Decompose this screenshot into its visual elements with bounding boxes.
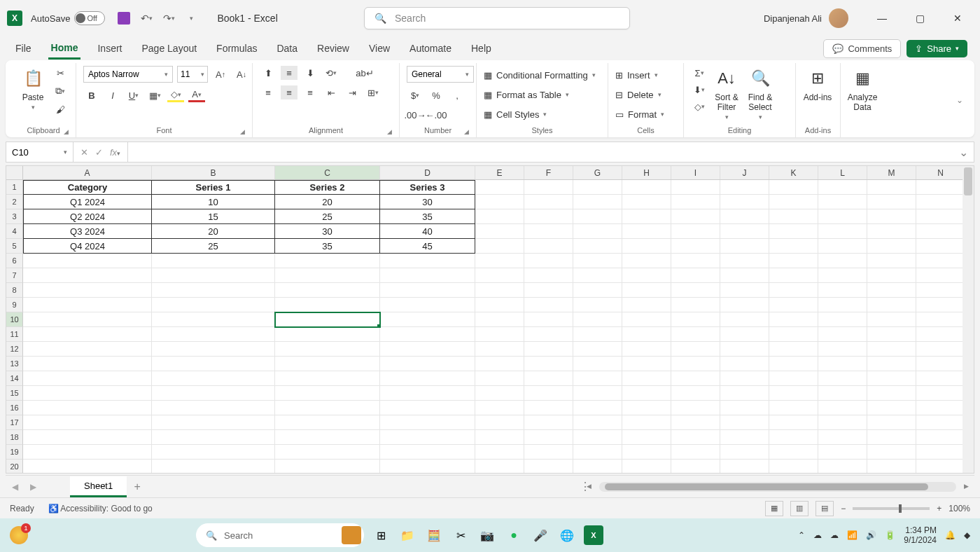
cell[interactable]: Q4 2024 bbox=[23, 239, 152, 254]
cell[interactable] bbox=[720, 283, 769, 298]
cell[interactable] bbox=[769, 224, 818, 239]
cell[interactable] bbox=[475, 254, 524, 268]
cell[interactable] bbox=[152, 386, 275, 401]
cell[interactable] bbox=[818, 327, 867, 342]
cell[interactable] bbox=[275, 327, 380, 342]
cell[interactable] bbox=[573, 357, 622, 371]
cell[interactable] bbox=[916, 327, 965, 342]
italic-button[interactable]: I bbox=[104, 88, 121, 102]
column-header[interactable]: E bbox=[475, 166, 524, 179]
cell[interactable]: 30 bbox=[275, 224, 380, 239]
cell[interactable] bbox=[152, 371, 275, 386]
cell[interactable] bbox=[380, 415, 475, 430]
underline-button[interactable]: U▾ bbox=[125, 88, 142, 102]
paste-button[interactable]: 📋Paste▾ bbox=[18, 66, 48, 111]
row-header[interactable]: 8 bbox=[6, 283, 23, 298]
cell[interactable] bbox=[152, 430, 275, 445]
percent-button[interactable]: % bbox=[428, 88, 444, 102]
cell[interactable] bbox=[380, 445, 475, 460]
cell[interactable] bbox=[475, 268, 524, 283]
cell[interactable] bbox=[524, 460, 573, 473]
cell[interactable] bbox=[23, 342, 152, 357]
spotify-icon[interactable]: ● bbox=[504, 525, 524, 545]
column-header[interactable]: M bbox=[867, 166, 916, 179]
cancel-formula-button[interactable]: ✕ bbox=[80, 147, 88, 158]
cell[interactable] bbox=[916, 195, 965, 209]
cell[interactable] bbox=[573, 254, 622, 268]
clipboard-launcher[interactable]: ◢ bbox=[64, 128, 69, 135]
cell[interactable] bbox=[23, 268, 152, 283]
cell[interactable] bbox=[475, 460, 524, 473]
cell[interactable] bbox=[622, 239, 671, 254]
cell[interactable] bbox=[573, 195, 622, 209]
cell[interactable] bbox=[867, 415, 916, 430]
cell[interactable] bbox=[818, 357, 867, 371]
cell[interactable] bbox=[23, 430, 152, 445]
snipping-tool-icon[interactable]: ✂ bbox=[451, 525, 470, 545]
cell[interactable] bbox=[524, 195, 573, 209]
number-format-select[interactable]: General▾ bbox=[407, 66, 474, 83]
cell[interactable] bbox=[475, 195, 524, 209]
cell[interactable] bbox=[23, 357, 152, 371]
cell[interactable] bbox=[622, 327, 671, 342]
cell[interactable] bbox=[573, 401, 622, 415]
cell[interactable] bbox=[23, 283, 152, 298]
taskbar-search[interactable]: 🔍Search bbox=[196, 523, 364, 547]
cell[interactable] bbox=[622, 445, 671, 460]
cell[interactable] bbox=[916, 239, 965, 254]
wrap-text-button[interactable]: ab↵ bbox=[356, 66, 373, 80]
cell[interactable] bbox=[275, 357, 380, 371]
share-button[interactable]: ⇪Share▾ bbox=[906, 40, 967, 57]
cell[interactable] bbox=[380, 312, 475, 327]
cell[interactable] bbox=[916, 460, 965, 473]
cell[interactable] bbox=[573, 283, 622, 298]
cell[interactable] bbox=[524, 268, 573, 283]
row-header[interactable]: 19 bbox=[6, 445, 23, 460]
cell[interactable] bbox=[152, 312, 275, 327]
cell[interactable] bbox=[671, 445, 720, 460]
cell[interactable] bbox=[671, 327, 720, 342]
column-header[interactable]: F bbox=[524, 166, 573, 179]
cell[interactable] bbox=[916, 415, 965, 430]
cell[interactable] bbox=[152, 342, 275, 357]
analyze-data-button[interactable]: ▦Analyze Data bbox=[848, 66, 877, 112]
cell[interactable] bbox=[671, 298, 720, 312]
cell[interactable] bbox=[475, 327, 524, 342]
wifi-icon[interactable]: 📶 bbox=[847, 530, 858, 540]
cell[interactable] bbox=[818, 386, 867, 401]
cell[interactable] bbox=[475, 209, 524, 224]
cell[interactable] bbox=[671, 254, 720, 268]
cell[interactable] bbox=[475, 430, 524, 445]
cell[interactable] bbox=[622, 460, 671, 473]
zoom-in-button[interactable]: + bbox=[937, 504, 941, 513]
row-header[interactable]: 10 bbox=[6, 312, 23, 327]
cell[interactable] bbox=[475, 312, 524, 327]
cell[interactable] bbox=[818, 209, 867, 224]
align-top-button[interactable]: ⬆ bbox=[260, 66, 276, 80]
cell[interactable] bbox=[622, 180, 671, 195]
save-icon[interactable] bbox=[118, 12, 130, 25]
volume-icon[interactable]: 🔊 bbox=[866, 530, 876, 540]
cell[interactable] bbox=[23, 298, 152, 312]
cell[interactable] bbox=[769, 445, 818, 460]
cell[interactable] bbox=[275, 342, 380, 357]
column-header[interactable]: K bbox=[769, 166, 818, 179]
tab-page-layout[interactable]: Page Layout bbox=[139, 39, 200, 58]
currency-button[interactable]: $▾ bbox=[407, 88, 424, 102]
cell[interactable] bbox=[573, 415, 622, 430]
row-header[interactable]: 12 bbox=[6, 342, 23, 357]
cell[interactable] bbox=[867, 371, 916, 386]
format-cells-button[interactable]: ▭Format▾ bbox=[615, 105, 678, 123]
cell[interactable] bbox=[573, 180, 622, 195]
enter-formula-button[interactable]: ✓ bbox=[95, 147, 103, 158]
cell[interactable] bbox=[818, 371, 867, 386]
format-painter-button[interactable]: 🖌 bbox=[52, 102, 69, 116]
cell[interactable] bbox=[573, 327, 622, 342]
cell[interactable] bbox=[622, 415, 671, 430]
cell[interactable] bbox=[720, 415, 769, 430]
autosum-button[interactable]: Σ▾ bbox=[691, 66, 708, 80]
cell[interactable] bbox=[622, 298, 671, 312]
cell[interactable] bbox=[573, 430, 622, 445]
cell[interactable] bbox=[573, 268, 622, 283]
cell[interactable] bbox=[524, 283, 573, 298]
